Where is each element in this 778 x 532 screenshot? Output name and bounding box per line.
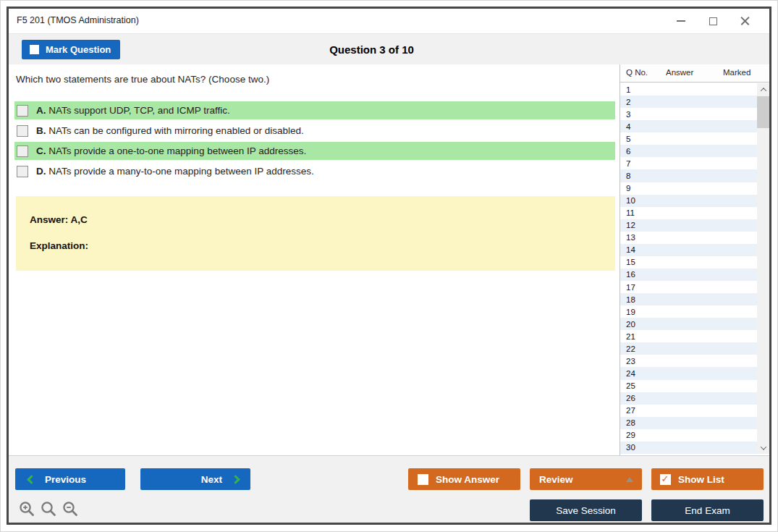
question-list-row[interactable]: 30 [620, 442, 757, 454]
zoom-reset-icon[interactable] [41, 501, 57, 518]
column-answer: Answer [666, 68, 693, 77]
show-answer-button[interactable]: Show Answer [408, 468, 520, 490]
question-list-row[interactable]: 29 [620, 429, 757, 442]
question-list-row[interactable]: 8 [620, 169, 757, 182]
answer-option[interactable]: D. NATs provide a many-to-one mapping be… [14, 162, 615, 180]
option-checkbox[interactable] [17, 125, 28, 137]
chevron-down-icon [760, 444, 766, 449]
question-list-row[interactable]: 22 [620, 342, 757, 355]
question-list-row[interactable]: 15 [620, 256, 757, 269]
zoom-in-icon[interactable] [19, 501, 35, 518]
window-controls [665, 9, 761, 33]
question-number: 2 [626, 98, 630, 106]
question-list-row[interactable]: 27 [620, 405, 757, 417]
question-list-row[interactable]: 5 [620, 132, 757, 145]
question-number: 28 [626, 418, 635, 427]
question-list-row[interactable]: 3 [620, 108, 757, 120]
question-list-row[interactable]: 4 [620, 120, 757, 132]
answer-option[interactable]: B. NATs can be configured with mirroring… [14, 122, 615, 140]
question-list-header: Q No. Answer Marked [620, 64, 769, 83]
explanation-label: Explanation: [30, 240, 605, 251]
window-title: F5 201 (TMOS Administration) [17, 15, 139, 25]
question-number: 21 [626, 332, 635, 341]
footer-bar: Previous Next Show Answer Review Show Li… [9, 455, 769, 523]
question-number: 20 [626, 320, 635, 329]
chevron-left-icon [27, 475, 36, 484]
question-number: 13 [626, 233, 635, 242]
question-list-row[interactable]: 9 [620, 182, 757, 195]
question-list-row[interactable]: 28 [620, 417, 757, 429]
answer-text: Answer: A,C [30, 214, 605, 225]
zoom-out-icon[interactable] [62, 501, 79, 518]
question-list-row[interactable]: 23 [620, 355, 757, 367]
question-list-sidebar: Q No. Answer Marked 12345678910111213141… [620, 64, 769, 455]
question-list-row[interactable]: 17 [620, 281, 757, 293]
next-button[interactable]: Next [140, 468, 250, 490]
option-checkbox[interactable] [17, 145, 28, 157]
option-label: C. NATs provide a one-to-one mapping bet… [36, 145, 306, 156]
scroll-up-button[interactable] [757, 83, 769, 96]
question-number: 23 [626, 357, 635, 366]
question-list-row[interactable]: 7 [620, 157, 757, 169]
question-number: 24 [626, 369, 635, 378]
question-text: Which two statements are true about NATs… [16, 74, 620, 85]
scroll-down-button[interactable] [757, 442, 769, 454]
review-button[interactable]: Review [530, 468, 642, 490]
body-area: Which two statements are true about NATs… [9, 64, 769, 455]
previous-button[interactable]: Previous [15, 468, 125, 490]
question-list-scrollbar[interactable] [757, 83, 769, 454]
question-list-rows: 1234567891011121314151617181920212223242… [620, 83, 757, 454]
show-list-checkbox[interactable] [660, 474, 671, 485]
maximize-icon [709, 17, 717, 25]
question-number: 12 [626, 221, 635, 229]
show-answer-checkbox[interactable] [418, 474, 428, 485]
option-checkbox[interactable] [17, 105, 28, 117]
question-number: 5 [626, 135, 630, 143]
question-list-row[interactable]: 1 [620, 83, 757, 96]
question-list-row[interactable]: 24 [620, 367, 757, 379]
option-label: B. NATs can be configured with mirroring… [36, 125, 304, 136]
options-list: A. NATs support UDP, TCP, and ICMP traff… [14, 101, 615, 180]
question-number: 3 [626, 110, 630, 119]
question-number: 30 [626, 443, 635, 452]
answer-option[interactable]: C. NATs provide a one-to-one mapping bet… [14, 142, 615, 160]
question-number: 26 [626, 394, 635, 402]
zoom-controls [19, 501, 79, 518]
question-list-row[interactable]: 6 [620, 145, 757, 157]
scrollbar-thumb[interactable] [757, 96, 769, 128]
question-list-row[interactable]: 11 [620, 207, 757, 219]
question-list-row[interactable]: 14 [620, 244, 757, 256]
minimize-button[interactable] [665, 9, 697, 33]
question-list-row[interactable]: 2 [620, 96, 757, 108]
question-list-row[interactable]: 16 [620, 269, 757, 281]
question-number: 18 [626, 295, 635, 304]
question-list-row[interactable]: 10 [620, 195, 757, 207]
end-exam-label: End Exam [685, 505, 730, 516]
question-list-row[interactable]: 18 [620, 293, 757, 305]
end-exam-button[interactable]: End Exam [651, 499, 764, 521]
maximize-button[interactable] [697, 9, 729, 33]
question-list-row[interactable]: 21 [620, 330, 757, 342]
question-number: 15 [626, 258, 635, 266]
save-session-button[interactable]: Save Session [530, 499, 642, 521]
question-number: 19 [626, 308, 635, 316]
question-number: 11 [626, 208, 635, 217]
question-number: 29 [626, 431, 635, 439]
header-strip: Mark Question Question 3 of 10 [9, 33, 769, 64]
question-list-row[interactable]: 12 [620, 219, 757, 232]
question-list-row[interactable]: 13 [620, 232, 757, 244]
next-label: Next [201, 474, 222, 485]
previous-label: Previous [45, 474, 86, 485]
minimize-icon [677, 20, 685, 22]
question-list-row[interactable]: 25 [620, 380, 757, 392]
column-qno: Q No. [626, 68, 648, 77]
question-list-row[interactable]: 20 [620, 318, 757, 330]
close-button[interactable] [729, 9, 761, 33]
question-list-row[interactable]: 26 [620, 392, 757, 405]
question-number: 25 [626, 381, 635, 390]
question-number: 4 [626, 122, 630, 131]
answer-option[interactable]: A. NATs support UDP, TCP, and ICMP traff… [14, 101, 615, 119]
show-list-button[interactable]: Show List [651, 468, 764, 490]
question-list-row[interactable]: 19 [620, 305, 757, 318]
option-checkbox[interactable] [17, 166, 28, 177]
